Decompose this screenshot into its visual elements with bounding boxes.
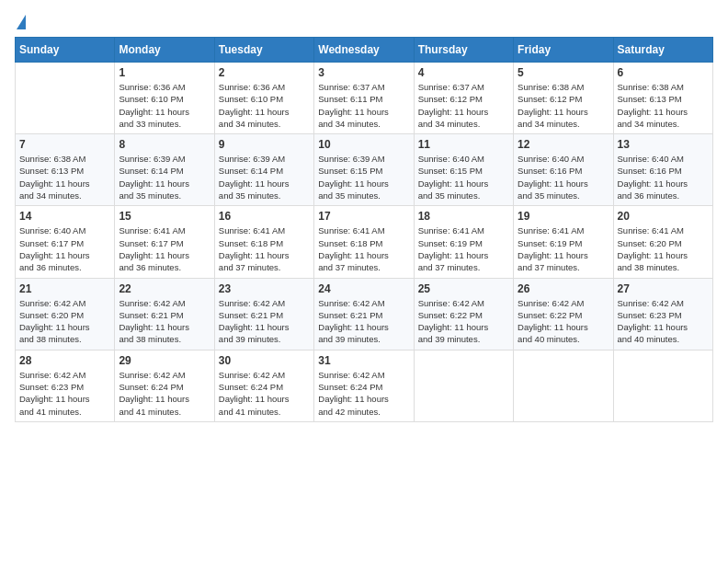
day-number: 25: [418, 282, 509, 295]
calendar-cell: 21Sunrise: 6:42 AMSunset: 6:20 PMDayligh…: [16, 278, 115, 350]
header: [15, 15, 713, 29]
cell-info: Sunrise: 6:42 AMSunset: 6:24 PMDaylight:…: [318, 369, 409, 418]
weekday-header-tuesday: Tuesday: [214, 38, 313, 63]
day-number: 16: [219, 210, 310, 223]
day-number: 14: [19, 210, 110, 223]
calendar-cell: 13Sunrise: 6:40 AMSunset: 6:16 PMDayligh…: [613, 134, 712, 206]
calendar-table: SundayMondayTuesdayWednesdayThursdayFrid…: [15, 37, 713, 422]
calendar-cell: 23Sunrise: 6:42 AMSunset: 6:21 PMDayligh…: [214, 278, 313, 350]
calendar-cell: 10Sunrise: 6:39 AMSunset: 6:15 PMDayligh…: [314, 134, 414, 206]
cell-info: Sunrise: 6:39 AMSunset: 6:15 PMDaylight:…: [318, 153, 409, 201]
calendar-cell: 15Sunrise: 6:41 AMSunset: 6:17 PMDayligh…: [115, 206, 214, 278]
cell-info: Sunrise: 6:40 AMSunset: 6:17 PMDaylight:…: [19, 224, 110, 273]
cell-info: Sunrise: 6:41 AMSunset: 6:20 PMDaylight:…: [618, 224, 709, 273]
cell-info: Sunrise: 6:42 AMSunset: 6:22 PMDaylight:…: [518, 297, 609, 346]
cell-info: Sunrise: 6:40 AMSunset: 6:16 PMDaylight:…: [618, 153, 709, 201]
day-number: 1: [119, 66, 210, 79]
cell-info: Sunrise: 6:36 AMSunset: 6:10 PMDaylight:…: [119, 81, 210, 130]
day-number: 24: [318, 282, 409, 295]
cell-info: Sunrise: 6:41 AMSunset: 6:18 PMDaylight:…: [318, 224, 409, 273]
weekday-header-friday: Friday: [514, 38, 613, 63]
day-number: 5: [518, 66, 609, 79]
day-number: 31: [318, 354, 409, 367]
calendar-cell: 26Sunrise: 6:42 AMSunset: 6:22 PMDayligh…: [514, 278, 613, 350]
day-number: 23: [219, 282, 310, 295]
weekday-header-monday: Monday: [115, 38, 214, 63]
calendar-cell: 18Sunrise: 6:41 AMSunset: 6:19 PMDayligh…: [414, 206, 513, 278]
cell-info: Sunrise: 6:42 AMSunset: 6:21 PMDaylight:…: [119, 297, 210, 346]
cell-info: Sunrise: 6:41 AMSunset: 6:18 PMDaylight:…: [219, 224, 310, 273]
calendar-cell: [16, 63, 115, 134]
calendar-cell: 8Sunrise: 6:39 AMSunset: 6:14 PMDaylight…: [115, 134, 214, 206]
calendar-cell: [613, 350, 712, 421]
cell-info: Sunrise: 6:42 AMSunset: 6:21 PMDaylight:…: [219, 297, 310, 346]
weekday-header-saturday: Saturday: [613, 38, 712, 63]
calendar-week-row: 7Sunrise: 6:38 AMSunset: 6:13 PMDaylight…: [16, 134, 713, 206]
cell-info: Sunrise: 6:42 AMSunset: 6:23 PMDaylight:…: [19, 369, 110, 418]
calendar-cell: 29Sunrise: 6:42 AMSunset: 6:24 PMDayligh…: [115, 350, 214, 421]
day-number: 19: [518, 210, 609, 223]
cell-info: Sunrise: 6:42 AMSunset: 6:23 PMDaylight:…: [618, 297, 709, 346]
day-number: 26: [518, 282, 609, 295]
day-number: 10: [318, 138, 409, 151]
calendar-cell: 22Sunrise: 6:42 AMSunset: 6:21 PMDayligh…: [115, 278, 214, 350]
day-number: 22: [119, 282, 210, 295]
day-number: 4: [418, 66, 509, 79]
day-number: 9: [219, 138, 310, 151]
day-number: 20: [618, 210, 709, 223]
day-number: 30: [219, 354, 310, 367]
logo: [15, 15, 26, 29]
day-number: 3: [318, 66, 409, 79]
calendar-cell: [414, 350, 513, 421]
day-number: 13: [618, 138, 709, 151]
cell-info: Sunrise: 6:39 AMSunset: 6:14 PMDaylight:…: [119, 153, 210, 201]
day-number: 21: [19, 282, 110, 295]
calendar-cell: 6Sunrise: 6:38 AMSunset: 6:13 PMDaylight…: [613, 63, 712, 134]
calendar-cell: 24Sunrise: 6:42 AMSunset: 6:21 PMDayligh…: [314, 278, 414, 350]
cell-info: Sunrise: 6:38 AMSunset: 6:13 PMDaylight:…: [618, 81, 709, 130]
cell-info: Sunrise: 6:36 AMSunset: 6:10 PMDaylight:…: [219, 81, 310, 130]
day-number: 15: [119, 210, 210, 223]
calendar-week-row: 14Sunrise: 6:40 AMSunset: 6:17 PMDayligh…: [16, 206, 713, 278]
day-number: 29: [119, 354, 210, 367]
cell-info: Sunrise: 6:41 AMSunset: 6:19 PMDaylight:…: [418, 224, 509, 273]
calendar-cell: 5Sunrise: 6:38 AMSunset: 6:12 PMDaylight…: [514, 63, 613, 134]
day-number: 6: [618, 66, 709, 79]
calendar-header-row: SundayMondayTuesdayWednesdayThursdayFrid…: [16, 38, 713, 63]
calendar-cell: 11Sunrise: 6:40 AMSunset: 6:15 PMDayligh…: [414, 134, 513, 206]
calendar-cell: 31Sunrise: 6:42 AMSunset: 6:24 PMDayligh…: [314, 350, 414, 421]
day-number: 17: [318, 210, 409, 223]
cell-info: Sunrise: 6:42 AMSunset: 6:22 PMDaylight:…: [418, 297, 509, 346]
weekday-header-thursday: Thursday: [414, 38, 513, 63]
calendar-cell: 2Sunrise: 6:36 AMSunset: 6:10 PMDaylight…: [214, 63, 313, 134]
calendar-cell: 14Sunrise: 6:40 AMSunset: 6:17 PMDayligh…: [16, 206, 115, 278]
calendar-cell: [514, 350, 613, 421]
calendar-cell: 28Sunrise: 6:42 AMSunset: 6:23 PMDayligh…: [16, 350, 115, 421]
calendar-cell: 7Sunrise: 6:38 AMSunset: 6:13 PMDaylight…: [16, 134, 115, 206]
logo-icon: [17, 15, 26, 29]
calendar-cell: 4Sunrise: 6:37 AMSunset: 6:12 PMDaylight…: [414, 63, 513, 134]
weekday-header-wednesday: Wednesday: [314, 38, 414, 63]
cell-info: Sunrise: 6:42 AMSunset: 6:24 PMDaylight:…: [219, 369, 310, 418]
calendar-cell: 3Sunrise: 6:37 AMSunset: 6:11 PMDaylight…: [314, 63, 414, 134]
cell-info: Sunrise: 6:37 AMSunset: 6:12 PMDaylight:…: [418, 81, 509, 130]
calendar-cell: 12Sunrise: 6:40 AMSunset: 6:16 PMDayligh…: [514, 134, 613, 206]
calendar-cell: 17Sunrise: 6:41 AMSunset: 6:18 PMDayligh…: [314, 206, 414, 278]
day-number: 27: [618, 282, 709, 295]
calendar-cell: 27Sunrise: 6:42 AMSunset: 6:23 PMDayligh…: [613, 278, 712, 350]
calendar-week-row: 1Sunrise: 6:36 AMSunset: 6:10 PMDaylight…: [16, 63, 713, 134]
cell-info: Sunrise: 6:42 AMSunset: 6:20 PMDaylight:…: [19, 297, 110, 346]
cell-info: Sunrise: 6:38 AMSunset: 6:13 PMDaylight:…: [19, 153, 110, 201]
calendar-week-row: 21Sunrise: 6:42 AMSunset: 6:20 PMDayligh…: [16, 278, 713, 350]
calendar-cell: 25Sunrise: 6:42 AMSunset: 6:22 PMDayligh…: [414, 278, 513, 350]
day-number: 7: [19, 138, 110, 151]
day-number: 12: [518, 138, 609, 151]
weekday-header-sunday: Sunday: [16, 38, 115, 63]
calendar-cell: 1Sunrise: 6:36 AMSunset: 6:10 PMDaylight…: [115, 63, 214, 134]
cell-info: Sunrise: 6:41 AMSunset: 6:19 PMDaylight:…: [518, 224, 609, 273]
cell-info: Sunrise: 6:38 AMSunset: 6:12 PMDaylight:…: [518, 81, 609, 130]
cell-info: Sunrise: 6:42 AMSunset: 6:24 PMDaylight:…: [119, 369, 210, 418]
day-number: 18: [418, 210, 509, 223]
cell-info: Sunrise: 6:41 AMSunset: 6:17 PMDaylight:…: [119, 224, 210, 273]
cell-info: Sunrise: 6:37 AMSunset: 6:11 PMDaylight:…: [318, 81, 409, 130]
